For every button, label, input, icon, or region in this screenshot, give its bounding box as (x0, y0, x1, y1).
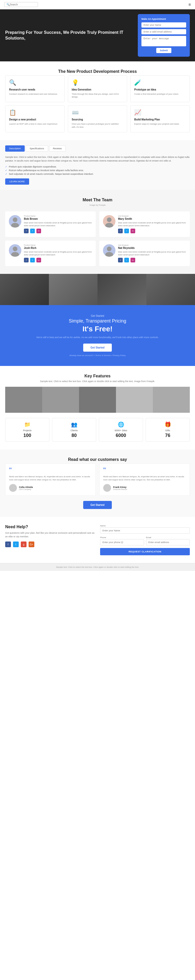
process-card-title: Build Marketing Plan (134, 118, 186, 121)
help-name-input[interactable] (100, 527, 190, 534)
testimonials-cta-button[interactable]: Get Started (83, 501, 112, 509)
svg-point-1 (11, 223, 19, 228)
facebook-icon[interactable]: f (24, 229, 29, 233)
help-title: Need Help? (5, 525, 95, 529)
process-card-desc: Create a first interactive prototype of … (134, 92, 186, 95)
list-item: Sed vulputate mi sit amet mauris commodo… (5, 173, 190, 175)
facebook-icon[interactable]: f (118, 258, 123, 262)
clarification-button[interactable]: REQUEST CLARIFICATION (100, 548, 190, 555)
facebook-icon[interactable]: f (118, 229, 123, 233)
pricing-get-started-button[interactable]: Get Started (83, 344, 112, 352)
features-photo-3 (79, 387, 116, 413)
process-card: ⌨️ Sourcing Once you have a product prot… (68, 105, 127, 132)
twitter-icon[interactable]: t (30, 229, 35, 233)
gallery-image-3 (97, 274, 146, 305)
twitter-icon[interactable]: t (30, 258, 35, 262)
twitter-icon[interactable]: t (124, 229, 129, 233)
footer: Sample text. Click to select the text bo… (0, 563, 195, 571)
features-photo-5 (153, 387, 190, 413)
process-card: 📋 Design a new product Launch an MVP wit… (5, 105, 65, 132)
appointment-form: Make An Appointment Submit (138, 14, 190, 57)
avatar (9, 215, 21, 228)
learn-more-button[interactable]: LEARN MORE (5, 178, 29, 185)
author-name: Frank Kiney (113, 486, 127, 488)
process-card-title: Idea Generation (72, 88, 124, 91)
instagram-icon[interactable]: in (36, 258, 41, 262)
appointment-email-input[interactable] (141, 29, 186, 34)
author-info: Celia Almela CEO Company (19, 486, 33, 490)
process-card-desc: Once you have a product prototype you're… (72, 123, 124, 128)
instagram-icon[interactable]: in (36, 229, 41, 233)
team-title: Meet The Team (5, 198, 190, 202)
search-bar[interactable]: 🔍 (4, 2, 38, 7)
stat-icon: 👥 (55, 422, 93, 428)
tab-specifications[interactable]: Specifications (26, 145, 48, 152)
features-photo-2 (42, 387, 79, 413)
gallery-image-2 (49, 274, 98, 305)
help-phone-input[interactable] (100, 539, 144, 546)
svg-point-5 (11, 252, 19, 257)
team-role: Job Designer (118, 215, 186, 217)
features-photo-4 (116, 387, 153, 413)
testimonials-grid: " Morbi sed libero orci liberum tempus. … (5, 463, 190, 496)
stat-label: Gifts (149, 429, 186, 432)
tab-description[interactable]: Description (5, 145, 25, 152)
twitter-icon[interactable]: t (13, 541, 19, 547)
search-input[interactable] (10, 3, 36, 6)
appointment-heading: Make An Appointment (141, 18, 186, 20)
stat-value: 6000 (102, 433, 140, 438)
facebook-icon[interactable]: f (24, 258, 29, 262)
testimonial-text: Morbi sed libero orci liberum tempus. At… (9, 475, 92, 481)
help-email-group: Email (146, 536, 190, 548)
quote-mark: " (103, 468, 186, 473)
testimonials-title: Read what our customers say (5, 457, 190, 462)
features-photo-1 (5, 387, 42, 413)
process-icon: 📋 (9, 109, 61, 116)
process-card-desc: Think through the ideas that you design,… (72, 92, 124, 98)
avatar (9, 244, 21, 257)
instagram-icon[interactable]: in (130, 258, 135, 262)
team-desc: Diae amet misl lorem molestie amet at fr… (24, 221, 92, 227)
team-name: Josh Rich (24, 247, 92, 250)
help-desc: Got questions with your plan, feel like … (5, 531, 95, 538)
appointment-submit-button[interactable]: Submit (156, 48, 171, 53)
team-desc: Diae amet misl lorem molestie amet at fr… (118, 250, 186, 256)
process-card: 📈 Build Marketing Plan Explore ways to m… (130, 105, 190, 132)
google-icon[interactable]: g (21, 541, 27, 547)
team-card: Job Designer Mary Smith Diae amet misl l… (99, 212, 190, 237)
team-role: Job Designer (118, 244, 186, 246)
process-card-desc: Conduct research to understand and user … (9, 92, 61, 95)
features-photos (5, 387, 190, 413)
svg-point-0 (13, 218, 17, 222)
help-email-label: Email (146, 536, 190, 539)
help-email-input[interactable] (146, 539, 190, 546)
stat-card: 🎁 Gifts 76 (146, 418, 190, 442)
help-form: Name Phone Email REQUEST CLARIFICATION (100, 525, 190, 555)
tab-reviews[interactable]: Reviews (49, 145, 66, 152)
stat-label: Clients (55, 429, 93, 432)
stat-value: 100 (9, 433, 46, 438)
process-card-title: Prototype an Idea (134, 88, 186, 91)
team-name: Mary Smith (118, 218, 186, 220)
team-member-info: Job Designer Nat Reynolds Diae amet misl… (118, 244, 186, 262)
pricing-desc: We're still in beta and we will be for a… (5, 336, 190, 339)
tab-body-text: Sample text. Click to select the text bo… (5, 155, 190, 163)
team-social: f t in (118, 229, 186, 233)
facebook-icon[interactable]: f (5, 541, 11, 547)
twitter-icon[interactable]: t (124, 258, 129, 262)
google-plus-icon[interactable]: G+ (29, 541, 34, 547)
stat-value: 76 (149, 433, 186, 438)
appointment-message-input[interactable] (141, 36, 186, 46)
team-member-info: Product Name Bob Brown Diae amet misl lo… (24, 215, 92, 233)
process-icon: 📈 (134, 109, 186, 116)
testimonial-card: " Morbi sed libero orci liberum tempus. … (99, 463, 190, 496)
stat-icon: 🎁 (149, 422, 186, 428)
instagram-icon[interactable]: in (130, 229, 135, 233)
hamburger-icon[interactable]: ≡ (189, 2, 191, 7)
team-name: Bob Brown (24, 218, 92, 220)
tab-list: Pretium quis vulputate dignissim suspend… (5, 165, 190, 175)
appointment-name-input[interactable] (141, 22, 186, 27)
tab-bar: DescriptionSpecificationsReviews (5, 145, 190, 152)
svg-point-4 (13, 247, 17, 251)
author-name: Celia Almela (19, 486, 33, 488)
